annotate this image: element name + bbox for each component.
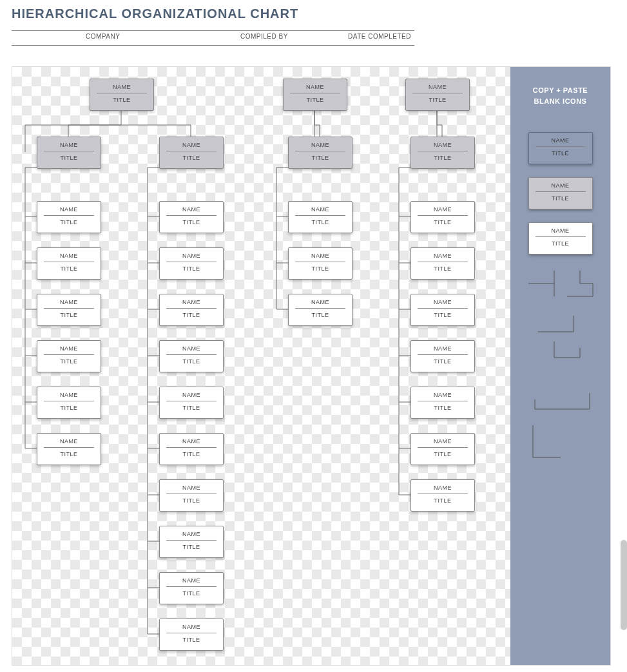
org-child-col2-6[interactable]: NAMETITLE xyxy=(159,479,224,512)
org-child-col4-0[interactable]: NAMETITLE xyxy=(410,201,475,233)
box-name: NAME xyxy=(289,202,352,213)
box-name: NAME xyxy=(411,480,474,491)
box-name: NAME xyxy=(406,79,469,90)
org-child-col1-0[interactable]: NAMETITLE xyxy=(37,201,101,233)
org-top-col4[interactable]: NAMETITLE xyxy=(405,79,470,111)
meta-compiled-by-label: COMPILED BY xyxy=(240,33,288,40)
box-title: TITLE xyxy=(37,401,101,411)
box-title: TITLE xyxy=(411,262,474,272)
org-child-col2-8[interactable]: NAMETITLE xyxy=(159,572,224,604)
box-name: NAME xyxy=(529,133,592,144)
box-name: NAME xyxy=(160,573,223,584)
box-name: NAME xyxy=(284,79,347,90)
box-title: TITLE xyxy=(160,494,223,504)
box-title: TITLE xyxy=(289,151,352,161)
box-title: TITLE xyxy=(37,448,101,457)
org-child-col4-6[interactable]: NAMETITLE xyxy=(410,479,475,512)
blank-box-blue[interactable]: NAME TITLE xyxy=(528,132,593,164)
box-title: TITLE xyxy=(160,633,223,643)
connector-icon-1[interactable] xyxy=(525,267,596,300)
box-name: NAME xyxy=(411,341,474,352)
box-name: NAME xyxy=(37,202,101,213)
page-title: HIERARCHICAL ORGANIZATIONAL CHART xyxy=(12,6,615,21)
org-child-col1-3[interactable]: NAMETITLE xyxy=(37,340,101,372)
box-title: TITLE xyxy=(160,587,223,597)
box-name: NAME xyxy=(37,137,101,148)
org-child-col3-1[interactable]: NAMETITLE xyxy=(288,247,352,280)
org-child-col4-2[interactable]: NAMETITLE xyxy=(410,294,475,326)
org-child-col4-5[interactable]: NAMETITLE xyxy=(410,433,475,465)
connector-icon-3[interactable] xyxy=(525,390,596,461)
box-title: TITLE xyxy=(37,309,101,318)
box-name: NAME xyxy=(160,480,223,491)
box-title: TITLE xyxy=(411,401,474,411)
box-title: TITLE xyxy=(37,262,101,272)
box-name: NAME xyxy=(529,178,592,189)
box-title: TITLE xyxy=(284,93,347,103)
box-name: NAME xyxy=(37,387,101,398)
box-name: NAME xyxy=(289,248,352,259)
org-chart[interactable]: NAMETITLENAMETITLENAMETITLENAMETITLENAME… xyxy=(12,67,512,665)
box-title: TITLE xyxy=(160,355,223,365)
org-child-col2-2[interactable]: NAMETITLE xyxy=(159,294,224,326)
org-child-col4-4[interactable]: NAMETITLE xyxy=(410,387,475,419)
box-name: NAME xyxy=(411,202,474,213)
org-child-col1-5[interactable]: NAMETITLE xyxy=(37,433,101,465)
sidebar: COPY + PASTEBLANK ICONS NAME TITLE NAME … xyxy=(510,67,610,665)
org-second-col3[interactable]: NAMETITLE xyxy=(288,137,352,169)
org-child-col2-9[interactable]: NAMETITLE xyxy=(159,619,224,651)
blank-box-white[interactable]: NAME TITLE xyxy=(528,222,593,254)
org-child-col2-1[interactable]: NAMETITLE xyxy=(159,247,224,280)
box-name: NAME xyxy=(160,202,223,213)
org-second-col4[interactable]: NAMETITLE xyxy=(410,137,475,169)
box-name: NAME xyxy=(411,248,474,259)
box-title: TITLE xyxy=(160,448,223,457)
box-title: TITLE xyxy=(160,541,223,550)
box-title: TITLE xyxy=(411,355,474,365)
box-name: NAME xyxy=(160,434,223,445)
box-title: TITLE xyxy=(37,355,101,365)
box-title: TITLE xyxy=(411,494,474,504)
org-child-col1-4[interactable]: NAMETITLE xyxy=(37,387,101,419)
box-name: NAME xyxy=(289,294,352,305)
box-name: NAME xyxy=(529,223,592,234)
box-title: TITLE xyxy=(411,448,474,457)
connector-icon-2[interactable] xyxy=(525,312,596,377)
org-child-col3-0[interactable]: NAMETITLE xyxy=(288,201,352,233)
org-child-col3-2[interactable]: NAMETITLE xyxy=(288,294,352,326)
scrollbar-thumb[interactable] xyxy=(621,540,627,630)
box-name: NAME xyxy=(160,294,223,305)
org-second-col1[interactable]: NAMETITLE xyxy=(37,137,101,169)
box-title: TITLE xyxy=(529,237,592,247)
box-name: NAME xyxy=(160,526,223,537)
box-name: NAME xyxy=(160,137,223,148)
box-name: NAME xyxy=(411,387,474,398)
blank-box-dark[interactable]: NAME TITLE xyxy=(528,177,593,209)
box-title: TITLE xyxy=(160,309,223,318)
box-title: TITLE xyxy=(37,216,101,226)
org-child-col4-3[interactable]: NAMETITLE xyxy=(410,340,475,372)
meta-bar: COMPANY COMPILED BY DATE COMPLETED xyxy=(12,30,414,46)
org-top-col1[interactable]: NAMETITLE xyxy=(90,79,154,111)
meta-company-label: COMPANY xyxy=(86,33,120,40)
box-name: NAME xyxy=(411,434,474,445)
org-child-col2-5[interactable]: NAMETITLE xyxy=(159,433,224,465)
box-name: NAME xyxy=(160,619,223,630)
box-title: TITLE xyxy=(160,262,223,272)
org-child-col1-1[interactable]: NAMETITLE xyxy=(37,247,101,280)
org-child-col2-3[interactable]: NAMETITLE xyxy=(159,340,224,372)
org-child-col2-0[interactable]: NAMETITLE xyxy=(159,201,224,233)
box-name: NAME xyxy=(37,434,101,445)
meta-date-completed-label: DATE COMPLETED xyxy=(348,33,411,40)
box-title: TITLE xyxy=(160,151,223,161)
box-name: NAME xyxy=(289,137,352,148)
org-second-col2[interactable]: NAMETITLE xyxy=(159,137,224,169)
box-name: NAME xyxy=(160,387,223,398)
org-top-col3[interactable]: NAMETITLE xyxy=(283,79,347,111)
org-child-col2-7[interactable]: NAMETITLE xyxy=(159,526,224,558)
org-child-col4-1[interactable]: NAMETITLE xyxy=(410,247,475,280)
box-title: TITLE xyxy=(529,192,592,202)
org-child-col2-4[interactable]: NAMETITLE xyxy=(159,387,224,419)
box-title: TITLE xyxy=(160,216,223,226)
org-child-col1-2[interactable]: NAMETITLE xyxy=(37,294,101,326)
